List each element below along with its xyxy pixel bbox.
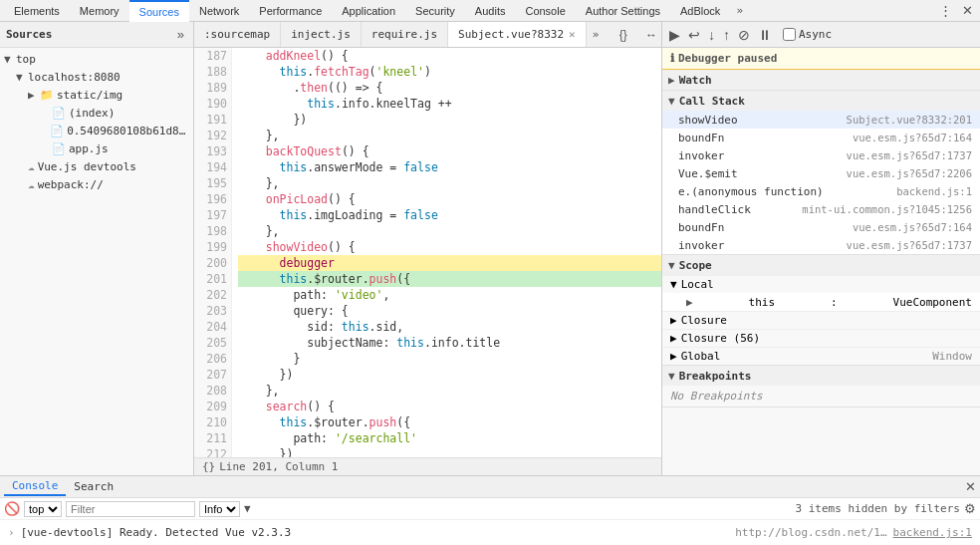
tab-adblock[interactable]: AdBlock [670,0,730,22]
tab-elements[interactable]: Elements [4,0,70,22]
tree-item-vuedevtools[interactable]: ☁ Vue.js devtools [0,157,193,175]
scope-header[interactable]: ▼ Scope [662,255,980,275]
file-icon: 📄 [52,142,66,155]
code-tab-injectjs[interactable]: inject.js [281,22,362,48]
close-tab-icon[interactable]: ✕ [569,28,576,41]
stack-fn-label: Vue.$emit [678,167,738,180]
filter-input[interactable] [66,501,195,517]
deactivate-breakpoints-button[interactable]: ⊘ [735,27,753,43]
closure-arrow-icon: ▶ [670,314,677,327]
code-line: this.imgLoading = false [238,207,661,223]
code-line: this.info.kneelTag ++ [238,96,661,112]
local-arrow-icon: ▼ [670,278,677,291]
tree-label: app.js [69,142,109,155]
callstack-item[interactable]: Vue.$emitvue.esm.js?65d7:2206 [662,164,980,182]
async-checkbox[interactable] [783,28,796,41]
callstack-item[interactable]: boundFnvue.esm.js?65d7:164 [662,218,980,236]
callstack-item[interactable]: showVideoSubject.vue?8332:201 [662,111,980,129]
tab-console[interactable]: Console [515,0,575,22]
paused-label: Debugger paused [678,52,777,65]
context-select[interactable]: top [24,501,62,517]
code-tab-requirejs[interactable]: require.js [362,22,448,48]
clear-console-icon[interactable]: 🚫 [4,501,20,516]
tab-security[interactable]: Security [405,0,465,22]
tab-network[interactable]: Network [189,0,249,22]
stack-loc-label: vue.esm.js?65d7:164 [853,132,972,143]
local-section-header[interactable]: ▼ Local [662,275,980,293]
folder-icon: 📁 [40,89,54,102]
file-tree-more-button[interactable]: » [174,27,187,42]
closure-section-header[interactable]: ▶ Closure [662,311,980,329]
code-line: search() { [238,399,661,414]
tab-memory[interactable]: Memory [70,0,129,22]
code-line: this.answerMode = false [238,159,661,175]
callstack-item[interactable]: boundFnvue.esm.js?65d7:164 [662,129,980,146]
format-code-button[interactable]: {} [615,28,631,42]
bottom-close-button[interactable]: ✕ [965,479,976,494]
tab-application[interactable]: Application [332,0,405,22]
watch-label: Watch [679,74,712,87]
resume-button[interactable]: ▶ [666,27,683,43]
step-over-button[interactable]: ↩ [685,27,703,43]
tree-item-webpack[interactable]: ☁ webpack:// [0,175,193,193]
line-number: 199 [198,239,227,255]
tab-audits[interactable]: Audits [465,0,516,22]
callstack-item[interactable]: e.(anonymous function)backend.js:1 [662,182,980,200]
scope-arrow-icon: ▼ [668,259,675,272]
code-line: } [238,351,661,367]
local-this-item[interactable]: ▶ this : VueComponent [662,293,980,311]
cloud-icon: ☁ [28,160,35,173]
tab-performance[interactable]: Performance [249,0,332,22]
closure56-section-header[interactable]: ▶ Closure (56) [662,329,980,347]
more-code-tabs-button[interactable]: » [587,26,606,43]
dock-icon[interactable]: ⋮ [936,2,955,19]
callstack-item[interactable]: invokervue.esm.js?65d7:1737 [662,236,980,254]
bottom-toolbar: 🚫 top Info ▼ 3 items hidden by filters ⚙ [0,498,980,520]
bottom-tab-search[interactable]: Search [66,478,122,495]
file-tree-title: Sources [6,28,174,41]
more-tabs-button[interactable]: » [730,2,749,19]
debug-content: ℹ Debugger paused ▶ Watch ▼ Call Stack s… [662,48,980,475]
bottom-tab-console[interactable]: Console [4,477,66,496]
tree-item-index[interactable]: 📄 (index) [0,104,193,122]
step-out-button[interactable]: ↑ [720,27,733,43]
code-line: this.$router.push({ [238,414,661,430]
line-number: 212 [198,446,227,457]
callstack-item[interactable]: handleClickmint-ui.common.js?1045:1256 [662,200,980,218]
breakpoints-header[interactable]: ▼ Breakpoints [662,366,980,386]
line-numbers: 1871881891901911921931941951961971981992… [194,48,232,457]
code-line: }, [238,128,661,143]
console-source-link[interactable]: backend.js:1 [893,526,972,539]
debugger-paused-banner: ℹ Debugger paused [662,48,980,70]
tab-sources[interactable]: Sources [129,0,189,22]
settings-icon[interactable]: ⚙ [964,501,976,516]
colon: : [831,296,838,309]
close-devtools-icon[interactable]: ✕ [959,2,976,19]
step-into-button[interactable]: ↓ [705,27,718,43]
pause-on-exception-button[interactable]: ⏸ [755,27,775,43]
global-section-header[interactable]: ▶ Global Window [662,347,980,365]
tree-item-top[interactable]: ▼ top [0,50,193,68]
console-url: http://blog.csdn.net/1… [735,526,886,539]
code-tab-subjectvue[interactable]: Subject.vue?8332 ✕ [448,22,587,48]
code-line: }) [238,367,661,383]
tree-item-hash[interactable]: 📄 0.5409680108b61d8c95e… [0,122,193,139]
level-select[interactable]: Info [199,501,240,517]
code-tab-sourcemap[interactable]: :sourcemap [194,22,281,48]
watch-section-header[interactable]: ▶ Watch [662,70,980,90]
line-number: 200 [198,255,227,271]
callstack-header[interactable]: ▼ Call Stack [662,91,980,111]
code-lines[interactable]: addKneel() { this.fetchTag('kneel') .the… [232,48,661,457]
callstack-body: showVideoSubject.vue?8332:201boundFnvue.… [662,111,980,254]
tree-item-localhost[interactable]: ▼ localhost:8080 [0,68,193,86]
line-number: 204 [198,319,227,335]
breakpoints-arrow-icon: ▼ [668,370,675,383]
tree-item-appjs[interactable]: 📄 app.js [0,139,193,157]
callstack-item[interactable]: invokervue.esm.js?65d7:1737 [662,146,980,164]
sync-button[interactable]: ↔ [641,28,661,42]
watch-section: ▶ Watch [662,70,980,91]
tab-author-settings[interactable]: Author Settings [576,0,670,22]
code-line: path: '/searchall' [238,430,661,446]
stack-fn-label: boundFn [678,132,724,144]
tree-item-static-img[interactable]: ▶ 📁 static/img [0,86,193,104]
